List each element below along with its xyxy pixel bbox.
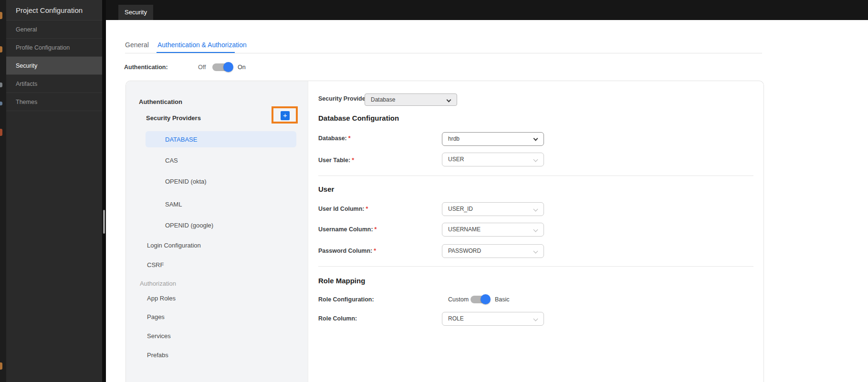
rail-clipped-icon — [0, 362, 2, 370]
username-column-value: USERNAME — [448, 226, 481, 233]
nav-item-services[interactable]: Services — [147, 332, 171, 340]
required-asterisk: * — [366, 206, 368, 212]
nav-item-pages[interactable]: Pages — [147, 313, 165, 320]
chevron-down-icon — [533, 207, 538, 212]
toggle-off-label: Off — [198, 64, 206, 71]
security-provider-label: Security Provider — [318, 95, 368, 102]
authentication-switch[interactable] — [212, 63, 232, 71]
role-configuration-label: Role Configuration: — [318, 296, 374, 303]
chevron-down-icon — [533, 136, 538, 141]
add-security-provider-button[interactable]: + — [281, 111, 290, 120]
sidebar-item-profile-configuration[interactable]: Profile Configuration — [6, 39, 102, 57]
tabs-divider-line — [125, 53, 762, 53]
user-id-column-value: USER_ID — [448, 206, 473, 212]
chevron-down-icon — [533, 227, 538, 232]
main-content: General Authentication & Authorization A… — [106, 20, 868, 382]
nav-item-cas[interactable]: CAS — [165, 157, 178, 164]
switch-knob — [481, 294, 491, 304]
user-table-select[interactable]: USER — [442, 153, 544, 166]
database-configuration-heading: Database Configuration — [318, 114, 399, 122]
security-provider-value: Database — [371, 96, 395, 103]
nav-item-csrf[interactable]: CSRF — [147, 261, 164, 268]
rail-clipped-icon — [0, 83, 2, 87]
sidebar-item-security[interactable]: Security — [6, 57, 102, 75]
top-bar: Security — [106, 0, 868, 20]
role-custom-label: Custom — [448, 296, 469, 303]
left-icon-rail — [0, 0, 6, 382]
nav-section-authorization: Authorization — [140, 280, 176, 287]
tab-general[interactable]: General — [125, 41, 149, 49]
sidebar-gap-strip — [102, 0, 106, 382]
toggle-on-label: On — [238, 64, 246, 71]
role-column-select[interactable]: ROLE — [442, 312, 544, 326]
database-select[interactable]: hrdb — [442, 132, 544, 146]
user-table-label: User Table:* — [318, 157, 354, 164]
sidebar-title: Project Configuration — [6, 0, 102, 21]
project-configuration-sidebar: Project Configuration General Profile Co… — [6, 0, 102, 382]
rail-clipped-icon — [0, 102, 2, 105]
chevron-down-icon — [447, 98, 451, 103]
username-column-label: Username Column:* — [318, 226, 376, 233]
password-column-select[interactable]: PASSWORD — [442, 244, 544, 258]
security-provider-select[interactable]: Database — [365, 93, 457, 106]
chevron-down-icon — [533, 249, 538, 254]
nav-item-openid-google[interactable]: OPENID (google) — [165, 222, 213, 229]
nav-security-providers-header: Security Providers — [146, 114, 201, 122]
authentication-nav-panel: Authentication Security Providers DATABA… — [126, 81, 308, 382]
chevron-down-icon — [533, 157, 538, 162]
sidebar-scrollbar-thumb[interactable] — [103, 210, 105, 234]
security-settings-panel: Authentication Security Providers DATABA… — [125, 81, 764, 382]
security-window-tab[interactable]: Security — [118, 5, 153, 20]
nav-item-database[interactable]: DATABASE — [165, 136, 197, 143]
user-table-value: USER — [448, 156, 464, 163]
sidebar-item-themes[interactable]: Themes — [6, 93, 102, 111]
role-configuration-switch[interactable] — [471, 296, 490, 303]
user-id-column-select[interactable]: USER_ID — [442, 202, 544, 216]
nav-section-authentication: Authentication — [139, 98, 182, 105]
nav-item-app-roles[interactable]: App Roles — [147, 295, 176, 302]
password-column-value: PASSWORD — [448, 248, 481, 254]
role-basic-label: Basic — [495, 296, 510, 303]
role-mapping-heading: Role Mapping — [318, 277, 365, 285]
required-asterisk: * — [348, 135, 351, 142]
nav-item-saml[interactable]: SAML — [165, 201, 182, 208]
nav-item-openid-okta[interactable]: OPENID (okta) — [165, 178, 207, 185]
role-column-label: Role Column: — [318, 315, 357, 322]
role-column-value: ROLE — [448, 315, 464, 322]
password-column-label: Password Column:* — [318, 248, 376, 254]
username-column-select[interactable]: USERNAME — [442, 223, 544, 237]
switch-knob — [223, 62, 233, 72]
database-label: Database:* — [318, 135, 351, 142]
user-heading: User — [318, 185, 334, 193]
tab-authentication-authorization[interactable]: Authentication & Authorization — [157, 41, 247, 49]
database-value: hrdb — [448, 135, 460, 142]
user-id-column-label: User Id Column:* — [318, 206, 368, 212]
required-asterisk: * — [375, 226, 377, 233]
rail-clipped-icon — [0, 46, 2, 52]
required-asterisk: * — [374, 248, 376, 254]
sidebar-item-artifacts[interactable]: Artifacts — [6, 75, 102, 93]
rail-clipped-icon — [0, 12, 2, 19]
required-asterisk: * — [352, 157, 354, 164]
rail-clipped-icon — [0, 129, 2, 136]
section-divider — [318, 176, 753, 176]
authentication-toggle-label: Authentication: — [124, 64, 168, 71]
chevron-down-icon — [533, 317, 538, 321]
section-divider — [318, 266, 753, 267]
nav-item-login-configuration[interactable]: Login Configuration — [147, 242, 201, 249]
nav-item-prefabs[interactable]: Prefabs — [147, 351, 168, 359]
sidebar-item-general[interactable]: General — [6, 21, 102, 39]
